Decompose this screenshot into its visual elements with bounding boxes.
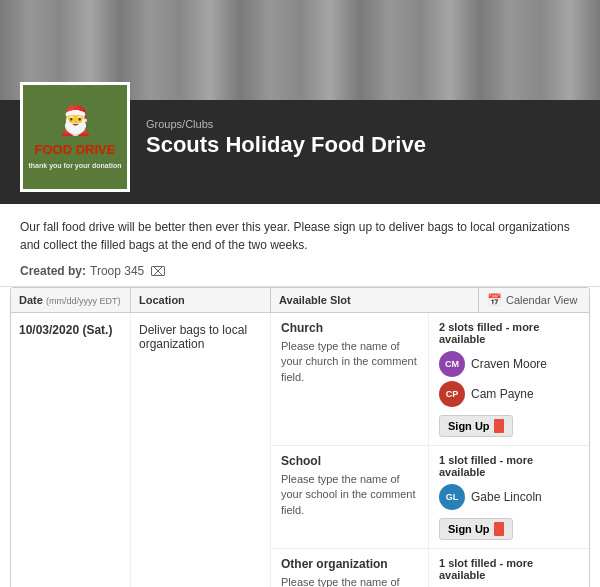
email-icon[interactable]	[151, 266, 165, 276]
slot-church-left: Church Please type the name of your chur…	[271, 313, 429, 445]
slot-church: Church Please type the name of your chur…	[271, 313, 589, 446]
slot-school-right: 1 slot filled - more available GL Gabe L…	[429, 446, 589, 548]
event-logo: 🎅 FOOD DRIVE thank you for your donation	[20, 82, 130, 192]
slot-other-status: 1 slot filled - more available	[439, 557, 579, 581]
signup-label-school: Sign Up	[448, 523, 490, 535]
description-section: Our fall food drive will be better then …	[0, 204, 600, 287]
th-date-sub: (mm/dd/yyyy EDT)	[46, 296, 121, 306]
slot-other-right: 1 slot filled - more available CR Cindie…	[429, 549, 589, 587]
event-details: Groups/Clubs Scouts Holiday Food Drive	[146, 112, 580, 158]
slot-other-name: Other organization	[281, 557, 418, 571]
slot-school-left: School Please type the name of your scho…	[271, 446, 429, 548]
th-calendar[interactable]: 📅 Calendar View	[479, 289, 589, 311]
signup-table: Date (mm/dd/yyyy EDT) Location Available…	[10, 287, 590, 587]
signup-red-icon-school	[494, 522, 504, 536]
td-location: Deliver bags to local organization	[131, 313, 271, 587]
slot-other-left: Other organization Please type the name …	[271, 549, 429, 587]
slot-church-right: 2 slots filled - more available CM Crave…	[429, 313, 589, 445]
slot-church-name: Church	[281, 321, 418, 335]
santa-hat-icon: 🎅	[58, 103, 93, 139]
signee-name-gabe-lincoln: Gabe Lincoln	[471, 490, 542, 504]
slot-school-status: 1 slot filled - more available	[439, 454, 579, 478]
signup-label: Sign Up	[448, 420, 490, 432]
avatar-craven-moore: CM	[439, 351, 465, 377]
created-by-label: Created by:	[20, 264, 86, 278]
signee-name-craven-moore: Craven Moore	[471, 357, 547, 371]
th-slot-label: Available Slot	[279, 294, 351, 306]
signup-button-church[interactable]: Sign Up	[439, 415, 513, 437]
slot-school-name: School	[281, 454, 418, 468]
group-label: Groups/Clubs	[146, 118, 580, 130]
slot-church-status: 2 slots filled - more available	[439, 321, 579, 345]
slot-other-org: Other organization Please type the name …	[271, 549, 589, 587]
avatar-cam-payne: CP	[439, 381, 465, 407]
th-date: Date (mm/dd/yyyy EDT)	[11, 288, 131, 312]
description-text: Our fall food drive will be better then …	[20, 218, 580, 254]
signee-cam-payne: CP Cam Payne	[439, 381, 579, 407]
slot-school: School Please type the name of your scho…	[271, 446, 589, 549]
slot-other-desc: Please type the name of your organizatio…	[281, 575, 418, 587]
signup-red-icon	[494, 419, 504, 433]
signup-button-school[interactable]: Sign Up	[439, 518, 513, 540]
signee-craven-moore: CM Craven Moore	[439, 351, 579, 377]
td-date: 10/03/2020 (Sat.)	[11, 313, 131, 587]
th-date-label: Date	[19, 294, 43, 306]
th-location-label: Location	[139, 294, 185, 306]
table-section: Date (mm/dd/yyyy EDT) Location Available…	[0, 287, 600, 587]
signee-name-cam-payne: Cam Payne	[471, 387, 534, 401]
logo-food-drive-text: FOOD DRIVE	[35, 142, 116, 158]
table-header: Date (mm/dd/yyyy EDT) Location Available…	[11, 288, 589, 313]
table-row: 10/03/2020 (Sat.) Deliver bags to local …	[11, 313, 589, 587]
th-calendar-label: Calendar View	[506, 294, 577, 306]
event-title: Scouts Holiday Food Drive	[146, 132, 580, 158]
calendar-icon: 📅	[487, 293, 502, 307]
th-slot: Available Slot	[271, 288, 479, 312]
logo-tagline: thank you for your donation	[29, 161, 122, 170]
td-slots: Church Please type the name of your chur…	[271, 313, 589, 587]
slot-school-desc: Please type the name of your school in t…	[281, 472, 418, 518]
slot-church-desc: Please type the name of your church in t…	[281, 339, 418, 385]
created-by-value: Troop 345	[90, 264, 144, 278]
created-by: Created by: Troop 345	[20, 264, 580, 278]
event-info-section: 🎅 FOOD DRIVE thank you for your donation…	[0, 100, 600, 204]
signee-gabe-lincoln: GL Gabe Lincoln	[439, 484, 579, 510]
th-location: Location	[131, 288, 271, 312]
avatar-gabe-lincoln: GL	[439, 484, 465, 510]
